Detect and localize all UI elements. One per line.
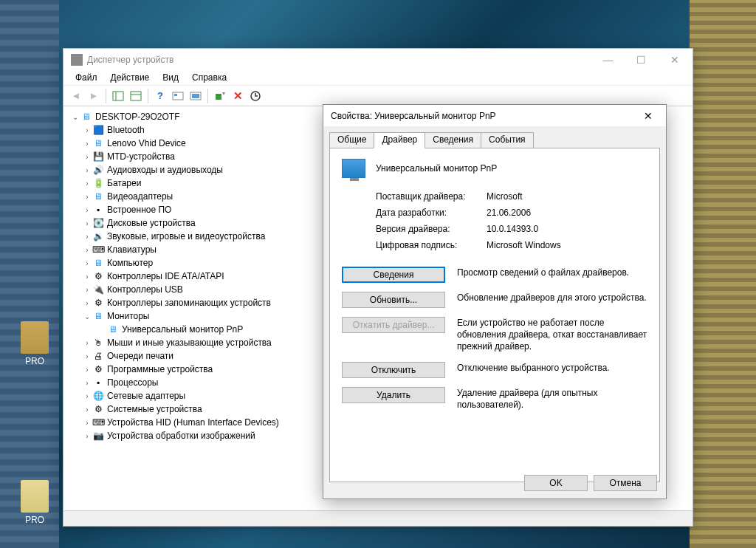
expand-icon[interactable]: › — [82, 206, 92, 214]
tree-label: Видеоадаптеры — [107, 191, 173, 202]
expand-icon[interactable]: › — [82, 286, 92, 294]
tree-label: Универсальный монитор PnP — [122, 324, 243, 335]
update-button[interactable] — [247, 88, 264, 104]
expand-icon[interactable]: › — [82, 379, 92, 387]
expand-icon[interactable]: › — [82, 299, 92, 307]
menu-action[interactable]: Действие — [105, 71, 156, 85]
tree-label: Устройства обработки изображений — [107, 431, 255, 441]
tree-label: Сетевые адаптеры — [107, 391, 185, 401]
uninstall-button[interactable]: ✕ — [230, 88, 246, 104]
tabstrip: Общие Драйвер Сведения События — [329, 132, 660, 148]
expand-icon[interactable]: › — [82, 352, 92, 360]
usb-icon: 🔌 — [92, 284, 104, 295]
menu-help[interactable]: Справка — [186, 71, 233, 85]
expand-icon[interactable]: › — [82, 179, 92, 188]
tab-general[interactable]: Общие — [329, 132, 374, 148]
uninstall-button[interactable]: Удалить — [342, 387, 445, 403]
tree-label: Батареи — [107, 178, 141, 188]
svg-rect-2 — [131, 92, 141, 100]
tb-icon[interactable] — [128, 88, 144, 104]
expand-icon[interactable]: › — [82, 166, 92, 174]
close-button[interactable]: ✕ — [658, 49, 691, 70]
menu-view[interactable]: Вид — [157, 71, 185, 85]
signer-value: Microsoft Windows — [487, 240, 561, 250]
tree-label: Аудиовходы и аудиовыходы — [107, 165, 223, 175]
expand-icon[interactable]: › — [82, 246, 92, 254]
disable-desc: Отключение выбранного устройства. — [457, 362, 647, 374]
cancel-button[interactable]: Отмена — [594, 475, 657, 491]
expand-icon[interactable]: ⌄ — [70, 113, 80, 121]
titlebar[interactable]: Диспетчер устройств — ☐ ✕ — [63, 49, 693, 71]
expand-icon[interactable]: › — [82, 366, 92, 374]
expand-icon[interactable]: › — [82, 153, 92, 161]
expand-icon[interactable]: ⌄ — [82, 312, 92, 321]
details-button[interactable]: Сведения — [342, 267, 445, 283]
disable-button[interactable]: Отключить — [342, 362, 445, 378]
close-button[interactable]: ✕ — [633, 106, 663, 126]
dialog-titlebar[interactable]: Свойства: Универсальный монитор PnP ✕ — [323, 105, 666, 126]
back-button[interactable]: ◄ — [68, 88, 84, 104]
device-name: Универсальный монитор PnP — [376, 163, 497, 174]
rollback-button: Откатить драйвер... — [342, 317, 445, 333]
tree-label: Клавиатуры — [107, 244, 157, 255]
help-button[interactable]: ? — [152, 88, 168, 104]
details-desc: Просмотр сведений о файлах драйверов. — [457, 267, 647, 278]
provider-value: Microsoft — [487, 191, 523, 202]
print-icon: 🖨 — [92, 350, 104, 362]
tree-label: Контроллеры USB — [107, 284, 183, 295]
expand-icon[interactable]: › — [82, 339, 92, 347]
expand-icon[interactable]: › — [82, 432, 92, 440]
expand-icon[interactable]: › — [82, 273, 92, 281]
shortcut-label: PRO — [16, 356, 53, 366]
tab-events[interactable]: События — [481, 132, 534, 148]
scan-button[interactable] — [212, 88, 228, 104]
expand-icon[interactable]: › — [82, 233, 92, 241]
folder-icon — [21, 321, 49, 354]
tree-label: Очереди печати — [107, 351, 173, 361]
toolbar: ◄ ► ? ✕ — [63, 86, 693, 106]
desktop-shortcut[interactable]: PRO — [16, 321, 53, 366]
expand-icon[interactable]: › — [82, 392, 92, 400]
vid-icon: 🖥 — [92, 191, 104, 202]
ok-button[interactable]: OK — [524, 475, 588, 491]
window-title: Диспетчер устройств — [87, 55, 591, 65]
shortcut-label: PRO — [16, 515, 53, 525]
desktop-shortcut[interactable]: PRO — [16, 480, 53, 525]
pc-icon: 🖥 — [80, 111, 92, 123]
tab-content: Универсальный монитор PnP Поставщик драй… — [329, 148, 660, 482]
bt-icon: 🟦 — [92, 124, 104, 136]
disk-icon: 💽 — [92, 217, 104, 229]
tb-icon[interactable] — [170, 88, 186, 104]
date-label: Дата разработки: — [376, 208, 487, 218]
update-driver-button[interactable]: Обновить... — [342, 292, 445, 308]
stor-icon: ⚙ — [92, 297, 104, 309]
expand-icon[interactable]: › — [82, 405, 92, 414]
expand-icon[interactable]: › — [82, 419, 92, 427]
tree-label: Звуковые, игровые и видеоустройства — [107, 231, 265, 242]
tb-icon[interactable] — [110, 88, 126, 104]
tab-details[interactable]: Сведения — [425, 132, 481, 148]
expand-icon[interactable]: › — [82, 140, 92, 148]
bat-icon: 🔋 — [92, 177, 104, 189]
tree-label: Компьютер — [107, 258, 153, 268]
tree-label: Системные устройства — [107, 404, 202, 414]
img-icon: 📷 — [92, 430, 104, 442]
tree-label: Дисковые устройства — [107, 218, 196, 228]
soft-icon: ⚙ — [92, 363, 104, 375]
expand-icon[interactable]: › — [82, 193, 92, 201]
expand-icon[interactable]: › — [82, 126, 92, 134]
properties-dialog: Свойства: Универсальный монитор PnP ✕ Об… — [323, 104, 667, 499]
svg-rect-7 — [192, 94, 199, 98]
menu-file[interactable]: Файл — [69, 71, 103, 85]
tb-icon[interactable] — [188, 88, 204, 104]
audio-icon: 🔊 — [92, 164, 104, 176]
expand-icon[interactable]: › — [82, 219, 92, 227]
expand-icon[interactable]: › — [82, 259, 92, 267]
update-desc: Обновление драйверов для этого устройств… — [457, 292, 647, 304]
mtd-icon: 💾 — [92, 151, 104, 162]
tree-label: Контроллеры запоминающих устройств — [107, 298, 271, 308]
maximize-button[interactable]: ☐ — [625, 49, 658, 70]
forward-button[interactable]: ► — [86, 88, 102, 104]
tab-driver[interactable]: Драйвер — [374, 132, 425, 148]
minimize-button[interactable]: — — [591, 49, 625, 70]
